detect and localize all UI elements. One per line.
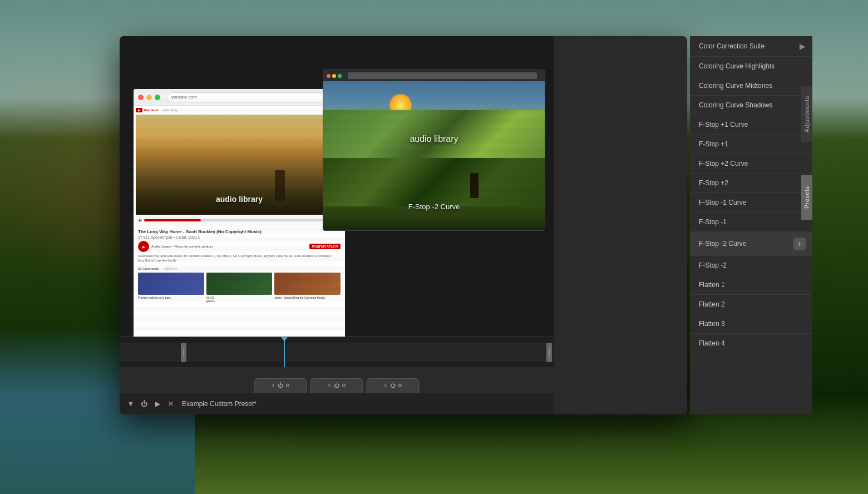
preset-label-fstop-plus2: F-Stop +2 <box>699 179 806 187</box>
yt-thumb-img-2 <box>206 273 273 295</box>
nb-min-dot[interactable] <box>332 74 336 78</box>
yt-url-bar: youtube.com <box>167 92 336 102</box>
preset-item-fstop-plus1[interactable]: F-Stop +1 <box>690 135 812 154</box>
dead-pixel-power-icon: ⏻ <box>390 382 396 388</box>
yt-description: Download free and safe music for content… <box>138 254 341 263</box>
preset-arrow-color-correction-suite: ▶ <box>800 42 806 51</box>
playhead-arrow <box>281 337 288 342</box>
preset-item-color-correction-suite[interactable]: Color Correction Suite▶ <box>690 36 812 57</box>
timeline-right-handle[interactable] <box>546 343 552 362</box>
yt-progress-fill <box>144 219 201 221</box>
yt-thumb-item-2: VLOGgames <box>206 273 273 303</box>
yt-video-thumb: audio library <box>136 115 343 215</box>
preset-item-coloring-curve-shadows[interactable]: Coloring Curve Shadows <box>690 96 812 115</box>
yt-thumbs-row: Playlist: walking up is part... VLOGgame… <box>138 273 341 303</box>
exposure-power-icon: ⏻ <box>278 382 283 388</box>
dead-pixel-x-icon: ✕ <box>383 383 388 388</box>
preset-item-fstop-minus1[interactable]: F-Stop -1 <box>690 213 812 232</box>
yt-meta-views: 17 811 просмотров • 1 мая, 2021 г. <box>138 235 341 239</box>
yt-comments-label: 61 Comments <box>138 267 159 270</box>
nature-figure <box>470 173 479 198</box>
preset-plus-btn-fstop-minus2-curve[interactable]: + <box>793 238 806 250</box>
preview-area: youtube.com ▶ Premium audio library audi… <box>120 36 554 337</box>
yt-meta: The Long Way Home - Scott Buckley (No Co… <box>136 226 343 304</box>
preset-item-coloring-curve-highlights[interactable]: Coloring Curve Highlights <box>690 57 812 76</box>
preset-item-flatten2[interactable]: Flatten 2 <box>690 295 812 314</box>
tab-presets[interactable]: Presets <box>801 175 812 220</box>
yt-browser-bar: youtube.com <box>134 89 345 106</box>
yt-subscribe-btn[interactable]: ПОДПИСАТЬСЯ <box>309 244 341 249</box>
yt-min-dot[interactable] <box>146 95 152 100</box>
preset-label-color-correction-suite: Color Correction Suite <box>699 42 800 50</box>
dropdown-icon[interactable]: ▼ <box>126 399 135 408</box>
preset-item-fstop-minus2-curve[interactable]: F-Stop -2 Curve+ <box>690 232 812 256</box>
preset-label-flatten1: Flatten 1 <box>699 281 806 289</box>
timeline-playhead[interactable] <box>284 339 285 367</box>
yt-video-title: audio library <box>216 195 263 204</box>
preset-label-fstop-minus2: F-Stop -2 <box>699 261 806 269</box>
yt-channel-name: Audio Library – Music for content creato… <box>151 245 307 248</box>
timeline-left-handle[interactable] <box>181 343 186 362</box>
power-icon[interactable]: ⏻ <box>140 399 149 408</box>
preset-label-coloring-curve-highlights: Coloring Curve Highlights <box>699 62 806 70</box>
editor-window: youtube.com ▶ Premium audio library audi… <box>120 36 687 414</box>
preset-label-fstop-plus1-curve: F-Stop +1 Curve <box>699 121 806 129</box>
preset-item-fstop-plus1-curve[interactable]: F-Stop +1 Curve <box>690 115 812 135</box>
nb-max-dot[interactable] <box>338 74 342 78</box>
preset-label-fstop-plus1: F-Stop +1 <box>699 140 806 148</box>
yt-comment-section: 61 Comments ↓ SORT BY <box>138 265 341 270</box>
nb-close-dot[interactable] <box>327 74 331 78</box>
yt-progress[interactable] <box>144 219 334 221</box>
play-icon[interactable]: ▶ <box>153 399 162 408</box>
yt-thumb-img-3 <box>274 273 341 295</box>
preset-item-fstop-plus2-curve[interactable]: F-Stop +2 Curve <box>690 154 812 174</box>
preset-label-coloring-curve-midtones: Coloring Curve Midtones <box>699 82 806 90</box>
exposure-x-icon: ✕ <box>271 383 275 388</box>
yt-channel-icon: ▶ <box>138 241 149 252</box>
nature-audio-label: audio library <box>410 134 458 144</box>
preset-item-fstop-minus2[interactable]: F-Stop -2 <box>690 256 812 275</box>
preset-item-flatten1[interactable]: Flatten 1 <box>690 275 812 295</box>
yt-thumb-label-2: VLOGgames <box>206 296 273 303</box>
preset-item-coloring-curve-midtones[interactable]: Coloring Curve Midtones <box>690 76 812 96</box>
timeline-track-container <box>120 337 554 367</box>
temperature-x-icon: ✕ <box>327 383 332 388</box>
close-icon[interactable]: ✕ <box>166 399 175 408</box>
timeline-area: ✕ ⏻ ⚙ Exposure ✕ ⏻ ⚙ Temperature ✕ ⏻ ⚙ <box>120 337 554 414</box>
tab-adjustments[interactable]: Adjustments <box>801 86 812 142</box>
yt-thumb-img-1 <box>138 273 204 295</box>
preset-item-flatten4[interactable]: Flatten 4 <box>690 334 812 353</box>
preset-name: Example Custom Preset* <box>182 400 257 408</box>
yt-thumb-item-1: Playlist: walking up is part... <box>138 273 204 303</box>
youtube-preview: youtube.com ▶ Premium audio library audi… <box>134 89 345 337</box>
preset-item-fstop-plus2[interactable]: F-Stop +2 <box>690 174 812 193</box>
preset-label-flatten2: Flatten 2 <box>699 300 806 308</box>
preset-list: Color Correction Suite▶Coloring Curve Hi… <box>690 36 812 414</box>
exposure-btn-icons: ✕ ⏻ ⚙ <box>271 382 290 388</box>
yt-thumb-label-1: Playlist: walking up is part... <box>138 296 204 300</box>
preset-label-fstop-plus2-curve: F-Stop +2 Curve <box>699 160 806 167</box>
yt-thumb-item-3: Jartro - Island (Ring the Copyright Musi… <box>274 273 341 303</box>
exposure-gear-icon: ⚙ <box>285 383 290 388</box>
yt-max-dot[interactable] <box>155 95 160 100</box>
yt-thumb-label-3: Jartro - Island (Ring the Copyright Musi… <box>274 296 341 300</box>
yt-url-text: youtube.com <box>171 95 197 100</box>
preset-label-flatten3: Flatten 3 <box>699 320 806 328</box>
nature-video-bg: audio library F-Stop -2 Curve <box>323 70 545 230</box>
yt-content: ▶ Premium audio library audio library ▶ … <box>134 106 345 307</box>
preset-item-fstop-minus1-curve[interactable]: F-Stop -1 Curve <box>690 193 812 213</box>
nature-browser-bar <box>323 70 545 81</box>
dead-pixel-gear-icon: ⚙ <box>398 383 402 388</box>
preset-label-fstop-minus1-curve: F-Stop -1 Curve <box>699 199 806 206</box>
yt-sort-label: ↓ SORT BY <box>163 267 177 270</box>
preset-item-flatten3[interactable]: Flatten 3 <box>690 314 812 334</box>
yt-close-dot[interactable] <box>138 95 144 100</box>
temperature-btn-icons: ✕ ⏻ ⚙ <box>327 382 346 388</box>
yt-channel-row: ▶ Audio Library – Music for content crea… <box>138 241 341 252</box>
dead-pixel-btn-icons: ✕ ⏻ ⚙ <box>383 382 402 388</box>
preset-label-fstop-minus2-curve: F-Stop -2 Curve <box>699 240 793 248</box>
preset-label-fstop-minus1: F-Stop -1 <box>699 218 806 226</box>
yt-controls: ▶ 🔊 <box>136 215 343 226</box>
nature-preview: audio library F-Stop -2 Curve <box>323 70 545 231</box>
temperature-gear-icon: ⚙ <box>342 383 346 388</box>
